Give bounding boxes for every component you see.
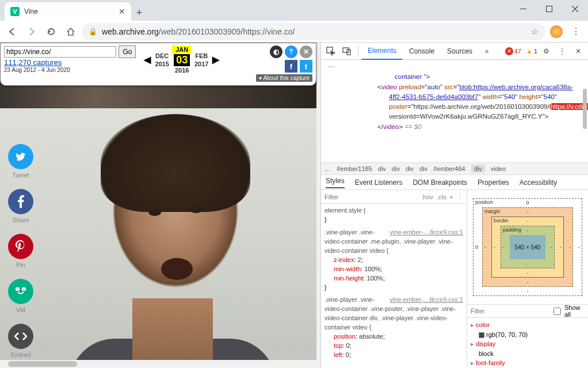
svg-rect-1 bbox=[547, 6, 552, 12]
styles-menu-icon[interactable]: ⋮ bbox=[457, 193, 463, 200]
subtab-event-listeners[interactable]: Event Listeners bbox=[355, 179, 403, 187]
page-vertical-scrollbar[interactable] bbox=[316, 43, 320, 360]
browser-menu-button[interactable]: ⋮ bbox=[567, 26, 585, 37]
tab-sources[interactable]: Sources bbox=[441, 43, 478, 59]
bookmark-star-icon[interactable]: ☆ bbox=[531, 27, 539, 36]
page-horizontal-scrollbar[interactable] bbox=[0, 360, 320, 368]
wayback-date-range: 23 Aug 2012 - 4 Jun 2020 bbox=[4, 67, 139, 73]
box-model[interactable]: position 0 0 - - margin - - - - border bbox=[467, 190, 588, 304]
svg-point-5 bbox=[24, 289, 25, 290]
new-tab-button[interactable]: + bbox=[131, 5, 147, 21]
wayback-url-input[interactable] bbox=[4, 46, 116, 58]
pin-label: Pin bbox=[16, 261, 25, 268]
embed-label: Embed bbox=[11, 351, 31, 358]
dom-tree[interactable]: ⋯ container "> <video preload="auto" src… bbox=[321, 60, 588, 162]
wayback-help-icon[interactable]: ? bbox=[285, 45, 297, 58]
show-all-checkbox[interactable] bbox=[553, 308, 561, 315]
add-rule-icon[interactable]: + bbox=[450, 194, 453, 200]
wayback-month-prev[interactable]: DEC bbox=[152, 52, 172, 60]
wayback-about-button[interactable]: About this capture bbox=[256, 74, 312, 82]
device-toggle-icon[interactable] bbox=[339, 44, 354, 59]
dom-ellipsis: ⋯ bbox=[326, 62, 583, 72]
video-content-shape bbox=[101, 114, 250, 212]
devtools-menu-icon[interactable]: ⋮ bbox=[555, 44, 570, 59]
browser-tab-strip: V Vine ✕ + bbox=[0, 0, 588, 21]
dom-breadcrumbs[interactable]: … #ember1185 div div div div #ember464 d… bbox=[321, 162, 588, 175]
svg-rect-0 bbox=[520, 9, 526, 9]
computed-list[interactable]: ▸ color rgb(70, 70, 70) ▸ display block … bbox=[467, 318, 588, 368]
share-button[interactable] bbox=[8, 189, 33, 214]
vm-label: VM bbox=[16, 306, 26, 313]
source-file-link[interactable]: vine-ember-…8cce9.css:1 bbox=[390, 295, 463, 305]
tweet-button[interactable] bbox=[8, 144, 33, 169]
computed-pane: position 0 0 - - margin - - - - border bbox=[467, 190, 588, 368]
url-host: web.archive.org bbox=[102, 27, 159, 36]
divider bbox=[358, 46, 358, 56]
dom-tag: video bbox=[381, 84, 398, 90]
devtools-panel: Elements Console Sources » ✕47 ▲1 ⚙ ⋮ ✕ … bbox=[320, 43, 588, 368]
window-controls bbox=[510, 0, 588, 17]
vm-button[interactable] bbox=[8, 279, 33, 304]
video-frame[interactable] bbox=[0, 108, 316, 360]
lock-icon: 🔒 bbox=[89, 28, 97, 36]
wayback-year-next: 2017 bbox=[194, 60, 208, 67]
forward-button[interactable] bbox=[23, 23, 40, 40]
wayback-go-button[interactable]: Go bbox=[119, 45, 136, 58]
subtab-properties[interactable]: Properties bbox=[478, 179, 509, 187]
tab-title: Vine bbox=[24, 7, 38, 16]
styles-body[interactable]: element.style {} vine-ember-…8cce9.css:1… bbox=[321, 204, 467, 368]
styles-pane: :hov .cls + ⋮ element.style {} vine-embe… bbox=[321, 190, 467, 368]
dom-scrollbar-thumb[interactable] bbox=[583, 89, 587, 129]
cls-toggle[interactable]: .cls bbox=[437, 194, 446, 200]
twitter-share-icon[interactable]: t bbox=[300, 60, 312, 73]
computed-filter-input[interactable] bbox=[471, 308, 550, 314]
devtools-close-icon[interactable]: ✕ bbox=[571, 44, 586, 59]
wayback-close-icon[interactable]: ✕ bbox=[300, 45, 312, 58]
box-model-content: 540 × 540 bbox=[510, 235, 545, 259]
video-content-shape bbox=[190, 206, 203, 213]
close-window-button[interactable] bbox=[562, 0, 588, 17]
wayback-year-prev: 2015 bbox=[155, 60, 169, 67]
browser-toolbar: 🔒 web.archive.org/web/20160103003909/htt… bbox=[0, 21, 588, 43]
video-content-shape bbox=[148, 209, 161, 216]
source-file-link[interactable]: vine-ember-…8cce9.css:1 bbox=[390, 228, 463, 237]
home-button[interactable] bbox=[62, 23, 79, 40]
more-tabs-icon[interactable]: » bbox=[479, 44, 494, 59]
devtools-settings-icon[interactable]: ⚙ bbox=[539, 44, 553, 59]
styles-filter-input[interactable] bbox=[324, 194, 418, 200]
error-count: 47 bbox=[514, 48, 521, 55]
back-button[interactable] bbox=[3, 23, 21, 40]
extension-icon[interactable] bbox=[550, 25, 563, 38]
address-bar[interactable]: 🔒 web.archive.org/web/20160103003909/htt… bbox=[82, 23, 545, 40]
styles-subtabs: Styles Event Listeners DOM Breakpoints P… bbox=[321, 175, 588, 190]
inspect-element-icon[interactable] bbox=[323, 44, 338, 59]
browser-tab[interactable]: V Vine ✕ bbox=[5, 2, 131, 21]
wayback-toolbar: Go 111,270 captures 23 Aug 2012 - 4 Jun … bbox=[0, 43, 316, 86]
wayback-month-next[interactable]: FEB bbox=[192, 52, 211, 60]
close-tab-icon[interactable]: ✕ bbox=[119, 7, 125, 16]
color-swatch[interactable] bbox=[479, 332, 484, 338]
embed-button[interactable] bbox=[8, 324, 33, 349]
minimize-button[interactable] bbox=[510, 0, 536, 17]
hov-toggle[interactable]: :hov bbox=[421, 194, 433, 200]
facebook-share-icon[interactable]: f bbox=[285, 60, 297, 73]
vine-favicon: V bbox=[10, 7, 20, 16]
share-rail: Tweet Share Pin VM Embed bbox=[8, 144, 33, 358]
pin-button[interactable] bbox=[8, 234, 33, 259]
wayback-captures-link[interactable]: 111,270 captures bbox=[4, 58, 139, 67]
wayback-next-arrow[interactable]: ▶ bbox=[211, 54, 220, 65]
maximize-button[interactable] bbox=[536, 0, 562, 17]
wayback-user-icon[interactable]: ◐ bbox=[270, 45, 282, 58]
tab-elements[interactable]: Elements bbox=[362, 43, 402, 60]
subtab-styles[interactable]: Styles bbox=[326, 177, 345, 188]
reload-button[interactable] bbox=[43, 23, 60, 40]
wayback-prev-arrow[interactable]: ◀ bbox=[143, 54, 152, 65]
subtab-dom-breakpoints[interactable]: DOM Breakpoints bbox=[413, 179, 467, 187]
wayback-day-current: 03 bbox=[174, 54, 190, 66]
tweet-label: Tweet bbox=[12, 172, 29, 179]
subtab-accessibility[interactable]: Accessibility bbox=[520, 179, 557, 187]
scrollbar-thumb[interactable] bbox=[8, 361, 77, 367]
warning-badge-icon[interactable]: ▲ bbox=[526, 47, 533, 55]
error-badge-icon[interactable]: ✕ bbox=[505, 47, 513, 55]
tab-console[interactable]: Console bbox=[403, 43, 440, 59]
